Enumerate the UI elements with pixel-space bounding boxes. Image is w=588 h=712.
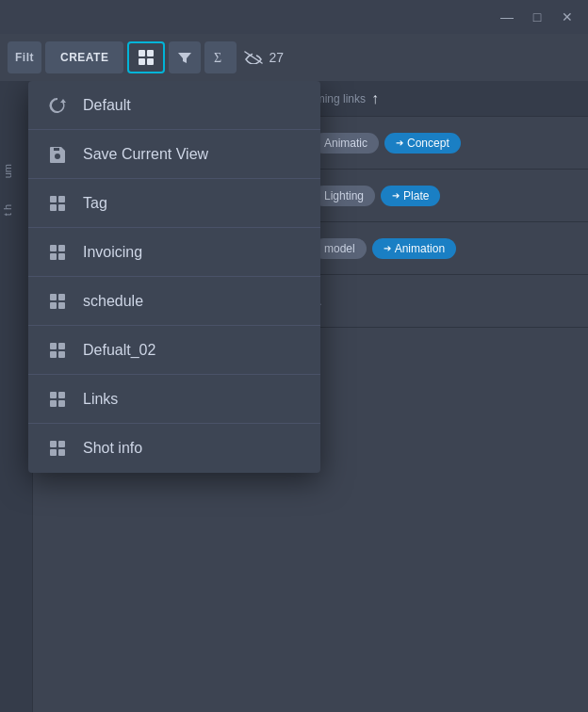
close-button[interactable]: ✕ xyxy=(554,4,580,30)
table-row: Lighting ➔ Plate xyxy=(302,170,588,222)
reset-icon xyxy=(47,95,68,116)
grid-icon xyxy=(47,389,68,410)
link-arrow-icon: ➔ xyxy=(384,243,391,253)
menu-item-shot-info[interactable]: Shot info xyxy=(28,424,320,473)
tag-model[interactable]: model xyxy=(313,238,367,259)
svg-rect-28 xyxy=(58,449,65,456)
sigma-button[interactable]: Σ xyxy=(204,41,237,73)
svg-rect-20 xyxy=(58,351,65,358)
svg-rect-19 xyxy=(50,351,57,358)
menu-item-invoicing-label: Invoicing xyxy=(83,244,142,261)
toolbar: Filt CREATE Σ 27 xyxy=(0,34,588,81)
svg-rect-26 xyxy=(58,441,65,447)
table-row: Animatic ➔ Concept xyxy=(302,117,588,170)
svg-rect-23 xyxy=(50,400,57,407)
svg-rect-1 xyxy=(147,50,154,57)
menu-item-tag[interactable]: Tag xyxy=(28,179,320,228)
table-header-row: oming links ↑ xyxy=(302,81,588,117)
left-partial-label: um xyxy=(0,156,15,186)
menu-item-links[interactable]: Links xyxy=(28,375,320,424)
svg-rect-15 xyxy=(50,302,57,309)
title-bar: — □ ✕ xyxy=(0,0,588,34)
table-row: 0. xyxy=(302,275,588,328)
left-partial-label2: t h xyxy=(0,186,15,235)
menu-item-schedule-label: schedule xyxy=(83,293,143,310)
table-row: model ➔ Animation xyxy=(302,222,588,275)
menu-item-shot-info-label: Shot info xyxy=(83,440,142,457)
create-button[interactable]: CREATE xyxy=(45,41,123,73)
sigma-icon: Σ xyxy=(212,49,229,66)
filter-partial-button[interactable]: Filt xyxy=(8,41,41,73)
svg-text:Σ: Σ xyxy=(214,51,221,65)
view-toggle-button[interactable] xyxy=(127,41,165,73)
svg-rect-24 xyxy=(58,400,65,407)
svg-rect-6 xyxy=(58,196,65,202)
eye-slash-icon xyxy=(244,51,263,64)
tag-animatic[interactable]: Animatic xyxy=(313,133,379,154)
content-area: oming links ↑ Animatic ➔ Concept xyxy=(0,81,588,712)
svg-rect-3 xyxy=(147,58,154,65)
link-arrow-icon: ➔ xyxy=(392,190,400,201)
tag-lighting[interactable]: Lighting xyxy=(313,186,375,206)
menu-item-save-view-label: Save Current View xyxy=(83,146,208,163)
grid-view-icon xyxy=(137,48,155,67)
menu-item-schedule[interactable]: schedule xyxy=(28,277,320,326)
svg-rect-7 xyxy=(50,204,57,211)
tags-container: Lighting ➔ Plate xyxy=(313,186,440,206)
svg-rect-18 xyxy=(58,343,65,349)
menu-item-defualt02-label: Defualt_02 xyxy=(83,342,155,359)
hidden-count: 27 xyxy=(269,50,284,65)
grid-icon xyxy=(47,340,68,361)
svg-rect-14 xyxy=(58,294,65,300)
menu-item-links-label: Links xyxy=(83,391,118,408)
menu-item-save-view[interactable]: Save Current View xyxy=(28,130,320,179)
tags-container: model ➔ Animation xyxy=(313,238,456,259)
svg-rect-16 xyxy=(58,302,65,309)
svg-rect-0 xyxy=(139,50,145,57)
tag-plate[interactable]: ➔ Plate xyxy=(381,186,440,206)
svg-rect-2 xyxy=(139,58,145,65)
minimize-button[interactable]: — xyxy=(494,4,520,30)
grid-icon xyxy=(47,242,68,263)
svg-rect-22 xyxy=(58,392,65,398)
svg-rect-12 xyxy=(58,253,65,260)
svg-rect-8 xyxy=(58,204,65,211)
tag-animation[interactable]: ➔ Animation xyxy=(372,238,456,259)
menu-item-defualt02[interactable]: Defualt_02 xyxy=(28,326,320,375)
svg-rect-5 xyxy=(50,196,57,202)
svg-rect-13 xyxy=(50,294,57,300)
menu-item-default[interactable]: Default xyxy=(28,81,320,130)
save-icon xyxy=(47,144,68,165)
grid-icon xyxy=(47,438,68,459)
menu-item-invoicing[interactable]: Invoicing xyxy=(28,228,320,277)
svg-rect-10 xyxy=(58,245,65,251)
grid-icon xyxy=(47,193,68,214)
svg-rect-21 xyxy=(50,392,57,398)
sort-arrow-icon: ↑ xyxy=(371,90,379,107)
filter-icon xyxy=(177,50,192,65)
svg-rect-11 xyxy=(50,253,57,260)
tags-container: Animatic ➔ Concept xyxy=(313,133,461,154)
svg-rect-25 xyxy=(50,441,57,447)
dropdown-menu: Default Save Current View Tag xyxy=(28,81,320,473)
hidden-count-area: 27 xyxy=(244,50,284,65)
menu-item-tag-label: Tag xyxy=(83,195,107,212)
maximize-button[interactable]: □ xyxy=(524,4,550,30)
tag-concept[interactable]: ➔ Concept xyxy=(384,133,461,154)
svg-rect-27 xyxy=(50,449,57,456)
svg-rect-17 xyxy=(50,343,57,349)
menu-item-default-label: Default xyxy=(83,97,131,114)
svg-rect-9 xyxy=(50,245,57,251)
grid-icon xyxy=(47,291,68,312)
link-arrow-icon: ➔ xyxy=(396,138,403,148)
filter-button[interactable] xyxy=(169,41,201,73)
